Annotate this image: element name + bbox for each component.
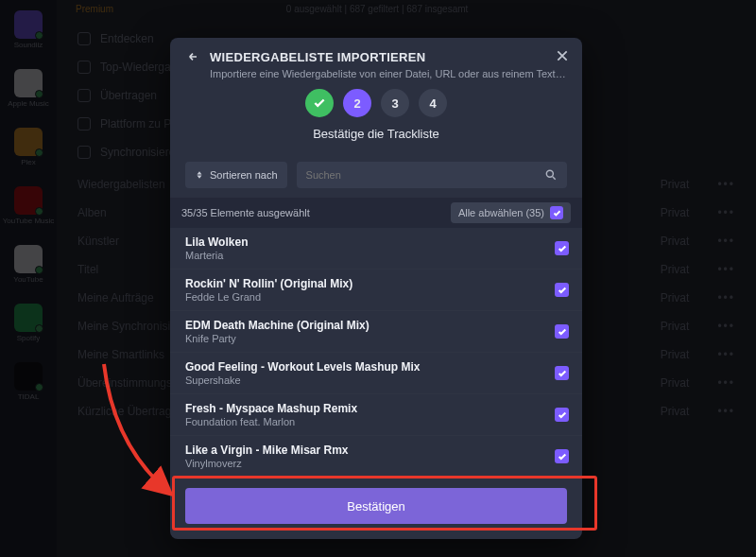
deselect-all-button[interactable]: Alle abwählen (35) (451, 202, 571, 223)
sort-icon (195, 170, 204, 180)
step-title: Bestätige die Trackliste (185, 127, 567, 141)
track-row[interactable]: Good Feeling - Workout Levels Mashup Mix… (170, 353, 582, 394)
modal-title: WIEDERGABELISTE IMPORTIEREN (210, 50, 425, 64)
track-artist: Supershake (185, 374, 555, 386)
track-row[interactable]: Lila WolkenMarteria (170, 228, 582, 270)
track-title: Rockin' N' Rollin' (Original Mix) (185, 277, 555, 290)
step-1 (305, 89, 334, 117)
step-3: 3 (381, 89, 409, 117)
track-artist: Fedde Le Grand (185, 291, 555, 303)
track-title: EDM Death Machine (Original Mix) (185, 319, 555, 332)
step-4: 4 (419, 89, 447, 117)
deselect-checkbox (550, 206, 563, 219)
search-input-wrap[interactable] (297, 162, 567, 188)
track-artist: Vinylmoverz (185, 458, 555, 469)
track-artist: Marteria (185, 250, 555, 261)
track-title: Good Feeling - Workout Levels Mashup Mix (185, 360, 555, 374)
svg-point-0 (546, 170, 553, 177)
import-modal: WIEDERGABELISTE IMPORTIEREN Importiere e… (170, 38, 582, 539)
track-artist: Foundation feat. Marlon (185, 416, 555, 427)
track-row[interactable]: Rockin' N' Rollin' (Original Mix)Fedde L… (170, 270, 582, 311)
track-title: Like a Virgin - Mike Misar Rmx (185, 444, 555, 457)
sort-button[interactable]: Sortieren nach (185, 162, 287, 188)
back-icon[interactable] (185, 49, 200, 64)
confirm-button[interactable]: Bestätigen (185, 488, 567, 524)
track-checkbox[interactable] (555, 408, 569, 422)
close-icon[interactable] (556, 49, 569, 62)
track-list[interactable]: Lila WolkenMarteriaRockin' N' Rollin' (O… (170, 228, 582, 477)
track-checkbox[interactable] (555, 283, 569, 297)
step-indicator: 2 3 4 (185, 89, 567, 117)
search-icon (544, 168, 558, 182)
track-row[interactable]: Like a Virgin - Mike Misar RmxVinylmover… (170, 436, 582, 477)
modal-subtitle: Importiere eine Wiedergabeliste von eine… (210, 68, 567, 79)
track-checkbox[interactable] (555, 241, 569, 255)
track-title: Fresh - Myspace Mashup Remix (185, 402, 555, 415)
track-checkbox[interactable] (555, 366, 569, 380)
track-artist: Knife Party (185, 333, 555, 344)
step-2: 2 (343, 89, 371, 117)
track-row[interactable]: Fresh - Myspace Mashup RemixFoundation f… (170, 394, 582, 436)
track-checkbox[interactable] (555, 449, 569, 463)
selection-count: 35/35 Elemente ausgewählt (181, 207, 310, 218)
track-title: Lila Wolken (185, 235, 555, 249)
track-checkbox[interactable] (555, 324, 569, 339)
track-row[interactable]: EDM Death Machine (Original Mix)Knife Pa… (170, 311, 582, 353)
search-input[interactable] (306, 162, 544, 188)
